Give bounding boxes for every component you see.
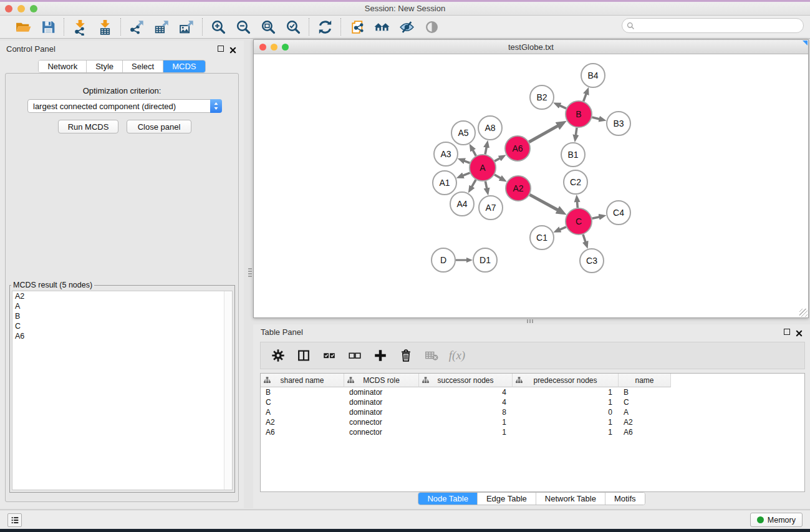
cell-name[interactable]: A2	[619, 418, 671, 427]
node-A7[interactable]: A7	[479, 196, 503, 220]
column-header-shared-name[interactable]: shared name	[261, 374, 344, 387]
tab-motifs[interactable]: Motifs	[605, 493, 645, 505]
table-row[interactable]: Bdominator41B	[261, 387, 804, 397]
node-B3[interactable]: B3	[607, 112, 630, 135]
zoom-selected-icon[interactable]	[284, 17, 302, 36]
column-header-MCDS-role[interactable]: MCDS role	[344, 374, 419, 387]
scrollbar-track[interactable]	[224, 291, 232, 490]
cell-shared-name[interactable]: B	[261, 388, 344, 397]
cell-name[interactable]: A	[619, 408, 671, 417]
tab-network-table[interactable]: Network Table	[536, 493, 605, 505]
cell-shared-name[interactable]: C	[261, 398, 344, 407]
add-column-icon[interactable]	[372, 347, 389, 364]
edge-C-C3[interactable]	[583, 235, 586, 243]
node-C[interactable]: C	[566, 208, 592, 235]
node-A4[interactable]: A4	[450, 192, 474, 216]
deselect-all-icon[interactable]	[346, 347, 364, 364]
export-table-icon[interactable]	[152, 17, 171, 36]
cell-MCDS-role[interactable]: dominator	[344, 388, 419, 397]
edge-B-B3[interactable]	[592, 117, 599, 119]
tab-select[interactable]: Select	[123, 60, 163, 72]
open-folder-icon[interactable]	[14, 17, 32, 36]
vertical-splitter-grip[interactable]	[248, 268, 252, 277]
search-box[interactable]	[622, 18, 804, 33]
first-neighbors-icon[interactable]	[372, 17, 391, 36]
delete-column-icon[interactable]	[397, 347, 415, 364]
edge-C-C4[interactable]	[592, 217, 600, 219]
edge-A6-B[interactable]	[529, 125, 558, 142]
node-C2[interactable]: C2	[564, 170, 587, 194]
edge-A-A3[interactable]	[464, 161, 470, 163]
mcds-result-item[interactable]: A2	[12, 291, 232, 301]
close-table-panel-icon[interactable]	[796, 328, 803, 339]
node-A[interactable]: A	[470, 155, 496, 181]
node-D[interactable]: D	[432, 248, 455, 272]
import-network-icon[interactable]	[70, 17, 89, 36]
table-row[interactable]: A2connector11A2	[261, 417, 804, 427]
node-B2[interactable]: B2	[530, 85, 554, 109]
node-B1[interactable]: B1	[561, 143, 585, 167]
node-A3[interactable]: A3	[434, 142, 458, 166]
search-input[interactable]	[635, 20, 803, 31]
edge-B-B2[interactable]	[559, 105, 566, 109]
node-A8[interactable]: A8	[478, 116, 502, 140]
tab-style[interactable]: Style	[87, 60, 123, 72]
cell-MCDS-role[interactable]: dominator	[344, 408, 419, 417]
float-panel-icon[interactable]	[218, 46, 224, 52]
export-image-icon[interactable]	[177, 17, 196, 36]
cell-predecessor-nodes[interactable]: 1	[513, 418, 619, 427]
cell-successor-nodes[interactable]: 1	[419, 418, 513, 427]
node-C4[interactable]: C4	[607, 201, 630, 225]
edge-A-A5[interactable]	[473, 150, 476, 156]
close-panel-button[interactable]: Close panel	[127, 120, 191, 133]
edge-A2-C[interactable]	[529, 195, 558, 210]
cell-MCDS-role[interactable]: connector	[344, 418, 419, 427]
cell-successor-nodes[interactable]: 4	[419, 398, 513, 407]
export-network-icon[interactable]	[127, 17, 146, 36]
float-table-panel-icon[interactable]	[784, 329, 790, 335]
cell-predecessor-nodes[interactable]: 0	[513, 408, 619, 417]
window-resize-grip[interactable]	[799, 309, 808, 317]
table-row[interactable]: A6connector11A6	[261, 427, 804, 437]
run-mcds-button[interactable]: Run MCDS	[58, 120, 118, 133]
edge-A-A8[interactable]	[485, 147, 486, 155]
node-A5[interactable]: A5	[451, 121, 475, 145]
memory-button[interactable]: Memory	[750, 513, 803, 527]
panel-list-button[interactable]	[7, 513, 22, 527]
cell-MCDS-role[interactable]: dominator	[344, 398, 419, 407]
node-C3[interactable]: C3	[580, 249, 604, 273]
horizontal-splitter-grip[interactable]	[527, 319, 534, 323]
edge-C-C2[interactable]	[577, 201, 578, 208]
columns-icon[interactable]	[295, 347, 312, 364]
node-B4[interactable]: B4	[581, 64, 605, 87]
mcds-result-item[interactable]: C	[12, 321, 232, 331]
tab-node-table[interactable]: Node Table	[418, 493, 478, 505]
birdseye-corner-icon[interactable]	[803, 41, 808, 46]
edge-B-B4[interactable]	[584, 94, 587, 101]
edge-A-A1[interactable]	[463, 173, 470, 176]
zoom-out-icon[interactable]	[234, 17, 253, 36]
cell-shared-name[interactable]: A6	[261, 428, 344, 437]
mcds-result-list[interactable]: A2ABCA6	[12, 291, 233, 490]
select-all-icon[interactable]	[321, 347, 338, 364]
tab-edge-table[interactable]: Edge Table	[478, 493, 536, 505]
column-header-predecessor-nodes[interactable]: predecessor nodes	[513, 374, 619, 387]
zoom-in-icon[interactable]	[209, 17, 228, 36]
node-C1[interactable]: C1	[530, 226, 554, 249]
network-canvas[interactable]: B4B2BB3A8A5A6A3B1AC2A1A2A4A7C4CC1DD1C3	[254, 54, 808, 317]
column-header-successor-nodes[interactable]: successor nodes	[419, 374, 513, 387]
optimization-criterion-select[interactable]: largest connected component (directed)	[27, 99, 222, 113]
cell-name[interactable]: B	[619, 388, 671, 397]
close-panel-icon[interactable]	[229, 45, 236, 56]
edge-C-C1[interactable]	[560, 227, 566, 230]
mcds-result-item[interactable]: A6	[12, 331, 232, 341]
tab-mcds[interactable]: MCDS	[163, 60, 205, 72]
cell-MCDS-role[interactable]: connector	[344, 428, 419, 437]
cell-successor-nodes[interactable]: 1	[419, 428, 513, 437]
cell-predecessor-nodes[interactable]: 1	[513, 428, 619, 437]
table-row[interactable]: Cdominator41C	[261, 397, 804, 407]
gear-icon[interactable]	[269, 347, 287, 364]
mcds-result-item[interactable]: B	[12, 311, 232, 321]
cell-shared-name[interactable]: A	[261, 408, 344, 417]
table-row[interactable]: Adominator80A	[261, 407, 804, 417]
